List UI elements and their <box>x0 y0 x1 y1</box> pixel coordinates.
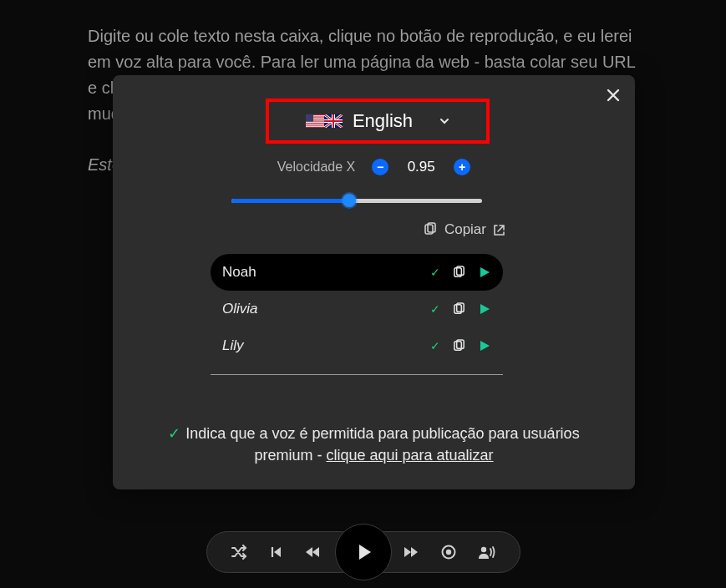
close-icon[interactable] <box>605 87 622 104</box>
copy-row: Copiar <box>423 221 505 238</box>
speed-label: Velocidade X <box>277 160 355 175</box>
speed-increase-button[interactable]: + <box>454 159 470 175</box>
copy-icon[interactable] <box>452 339 466 353</box>
voice-name: Lily <box>222 337 419 354</box>
copy-icon[interactable] <box>423 222 438 237</box>
flag-uk-icon <box>324 114 343 128</box>
forward-icon[interactable] <box>403 545 419 559</box>
rewind-icon[interactable] <box>304 545 321 559</box>
speed-control: Velocidade X − 0.95 + <box>113 159 635 175</box>
footer-line-2-prefix: premium - <box>254 447 326 464</box>
copy-icon[interactable] <box>452 266 466 280</box>
footer-line-1: Indica que a voz é permitida para public… <box>185 425 579 442</box>
flag-icons <box>306 114 343 128</box>
voice-row-olivia[interactable]: Olivia✓ <box>211 291 503 327</box>
svg-rect-7 <box>306 114 313 122</box>
voice-name: Noah <box>222 264 419 281</box>
footer-note: ✓Indica que a voz é permitida para publi… <box>146 423 602 466</box>
play-button[interactable] <box>335 524 392 580</box>
record-icon[interactable] <box>441 545 456 560</box>
language-label: English <box>353 110 413 132</box>
copy-icon[interactable] <box>452 302 466 317</box>
svg-point-18 <box>445 550 450 555</box>
voices-list: Noah✓Olivia✓Lily✓ <box>211 254 503 375</box>
check-icon: ✓ <box>430 302 440 316</box>
upgrade-link[interactable]: clique aqui para atualizar <box>326 447 493 464</box>
check-icon: ✓ <box>168 425 180 442</box>
svg-rect-6 <box>306 126 324 127</box>
shuffle-icon[interactable] <box>231 545 247 560</box>
external-link-icon[interactable] <box>493 224 505 236</box>
speed-value: 0.95 <box>405 159 437 175</box>
voice-icon[interactable] <box>478 545 496 560</box>
svg-rect-4 <box>306 122 324 123</box>
voice-row-lily[interactable]: Lily✓ <box>211 327 503 364</box>
play-icon[interactable] <box>478 302 491 316</box>
player-bar <box>206 531 520 573</box>
speed-slider[interactable] <box>231 192 482 209</box>
play-icon[interactable] <box>478 339 491 352</box>
svg-rect-5 <box>306 124 324 124</box>
slider-fill <box>231 199 349 203</box>
check-icon: ✓ <box>430 266 440 279</box>
voice-name: Olivia <box>222 301 419 317</box>
slider-thumb[interactable] <box>343 194 356 207</box>
svg-point-19 <box>480 547 485 552</box>
settings-modal: English Velocidade X − 0.95 + Copiar Noa… <box>113 75 635 489</box>
check-icon: ✓ <box>430 339 440 352</box>
language-selector[interactable]: English <box>266 99 490 144</box>
voice-row-noah[interactable]: Noah✓ <box>211 254 503 291</box>
copy-label[interactable]: Copiar <box>444 221 486 238</box>
flag-us-icon <box>306 114 324 128</box>
previous-icon[interactable] <box>269 545 282 559</box>
play-icon[interactable] <box>478 266 491 279</box>
chevron-down-icon <box>439 116 449 126</box>
speed-decrease-button[interactable]: − <box>372 159 388 175</box>
